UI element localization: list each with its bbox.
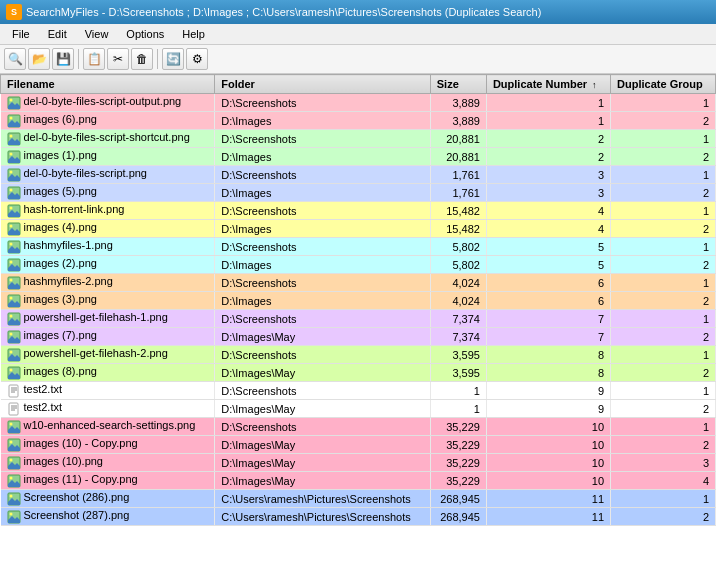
svg-point-25 xyxy=(9,242,12,245)
svg-point-69 xyxy=(9,494,12,497)
table-row[interactable]: images (2).pngD:\Images5,80252 xyxy=(1,256,716,274)
cell-dup-group: 1 xyxy=(611,490,716,508)
cell-dup-number: 11 xyxy=(486,490,610,508)
toolbar-btn-refresh[interactable]: 🔄 xyxy=(162,48,184,70)
table-row[interactable]: images (8).pngD:\Images\May3,59582 xyxy=(1,364,716,382)
col-dup-group[interactable]: Duplicate Group xyxy=(611,75,716,94)
toolbar-btn-settings[interactable]: ⚙ xyxy=(186,48,208,70)
table-row[interactable]: images (10) - Copy.pngD:\Images\May35,22… xyxy=(1,436,716,454)
cell-size: 1 xyxy=(430,382,486,400)
cell-dup-group: 1 xyxy=(611,94,716,112)
col-filename[interactable]: Filename xyxy=(1,75,215,94)
cell-dup-group: 2 xyxy=(611,328,716,346)
cell-dup-group: 3 xyxy=(611,454,716,472)
cell-dup-group: 1 xyxy=(611,346,716,364)
cell-size: 3,889 xyxy=(430,112,486,130)
table-row[interactable]: images (10).pngD:\Images\May35,229103 xyxy=(1,454,716,472)
cell-dup-group: 1 xyxy=(611,166,716,184)
cell-dup-number: 1 xyxy=(486,112,610,130)
cell-folder: D:\Images\May xyxy=(215,436,431,454)
cell-dup-number: 6 xyxy=(486,274,610,292)
cell-folder: D:\Screenshots xyxy=(215,382,431,400)
table-row[interactable]: images (11) - Copy.pngD:\Images\May35,22… xyxy=(1,472,716,490)
sort-arrow-icon: ↑ xyxy=(592,80,597,90)
svg-point-40 xyxy=(9,332,12,335)
toolbar-btn-delete[interactable]: 🗑 xyxy=(131,48,153,70)
table-row[interactable]: hashmyfiles-2.pngD:\Screenshots4,02461 xyxy=(1,274,716,292)
table-row[interactable]: images (3).pngD:\Images4,02462 xyxy=(1,292,716,310)
col-folder[interactable]: Folder xyxy=(215,75,431,94)
cell-dup-number: 11 xyxy=(486,508,610,526)
table-row[interactable]: powershell-get-filehash-2.pngD:\Screensh… xyxy=(1,346,716,364)
cell-size: 268,945 xyxy=(430,508,486,526)
cell-dup-number: 5 xyxy=(486,256,610,274)
table-row[interactable]: test2.txtD:\Images\May192 xyxy=(1,400,716,418)
svg-point-19 xyxy=(9,206,12,209)
menu-item-options[interactable]: Options xyxy=(118,26,172,42)
table-row[interactable]: hashmyfiles-1.pngD:\Screenshots5,80251 xyxy=(1,238,716,256)
menu-item-view[interactable]: View xyxy=(77,26,117,42)
table-row[interactable]: del-0-byte-files-script-shortcut.pngD:\S… xyxy=(1,130,716,148)
cell-size: 1 xyxy=(430,400,486,418)
table-row[interactable]: images (1).pngD:\Images20,88122 xyxy=(1,148,716,166)
table-row[interactable]: powershell-get-filehash-1.pngD:\Screensh… xyxy=(1,310,716,328)
cell-size: 5,802 xyxy=(430,238,486,256)
cell-dup-number: 10 xyxy=(486,454,610,472)
table-row[interactable]: del-0-byte-files-script.pngD:\Screenshot… xyxy=(1,166,716,184)
cell-folder: D:\Images\May xyxy=(215,454,431,472)
toolbar-btn-cut[interactable]: ✂ xyxy=(107,48,129,70)
svg-point-1 xyxy=(9,98,12,101)
cell-filename: del-0-byte-files-script.png xyxy=(1,166,215,184)
svg-point-7 xyxy=(9,134,12,137)
menu-item-file[interactable]: File xyxy=(4,26,38,42)
cell-filename: images (8).png xyxy=(1,364,215,382)
menu-item-help[interactable]: Help xyxy=(174,26,213,42)
svg-point-37 xyxy=(9,314,12,317)
table-row[interactable]: Screenshot (286).pngC:\Users\ramesh\Pict… xyxy=(1,490,716,508)
svg-point-46 xyxy=(9,368,12,371)
table-row[interactable]: hash-torrent-link.pngD:\Screenshots15,48… xyxy=(1,202,716,220)
cell-size: 35,229 xyxy=(430,418,486,436)
cell-size: 3,595 xyxy=(430,364,486,382)
toolbar-btn-save[interactable]: 💾 xyxy=(52,48,74,70)
table-row[interactable]: del-0-byte-files-script-output.pngD:\Scr… xyxy=(1,94,716,112)
table-row[interactable]: images (4).pngD:\Images15,48242 xyxy=(1,220,716,238)
cell-folder: D:\Screenshots xyxy=(215,130,431,148)
cell-dup-number: 3 xyxy=(486,184,610,202)
cell-dup-number: 9 xyxy=(486,400,610,418)
toolbar-btn-open[interactable]: 📂 xyxy=(28,48,50,70)
svg-point-60 xyxy=(9,440,12,443)
cell-folder: D:\Screenshots xyxy=(215,346,431,364)
table-row[interactable]: w10-enhanced-search-settings.pngD:\Scree… xyxy=(1,418,716,436)
table-row[interactable]: images (5).pngD:\Images1,76132 xyxy=(1,184,716,202)
table-row[interactable]: test2.txtD:\Screenshots191 xyxy=(1,382,716,400)
cell-folder: D:\Images xyxy=(215,184,431,202)
cell-dup-group: 1 xyxy=(611,202,716,220)
table-body: del-0-byte-files-script-output.pngD:\Scr… xyxy=(1,94,716,526)
cell-dup-group: 2 xyxy=(611,364,716,382)
cell-dup-number: 7 xyxy=(486,328,610,346)
toolbar-btn-copy[interactable]: 📋 xyxy=(83,48,105,70)
table-row[interactable]: images (7).pngD:\Images\May7,37472 xyxy=(1,328,716,346)
cell-size: 35,229 xyxy=(430,454,486,472)
cell-dup-group: 1 xyxy=(611,310,716,328)
table-container: Filename Folder Size Duplicate Number ↑ … xyxy=(0,74,716,562)
cell-dup-group: 2 xyxy=(611,256,716,274)
cell-folder: D:\Screenshots xyxy=(215,94,431,112)
cell-folder: D:\Screenshots xyxy=(215,202,431,220)
col-size[interactable]: Size xyxy=(430,75,486,94)
table-header: Filename Folder Size Duplicate Number ↑ … xyxy=(1,75,716,94)
table-row[interactable]: images (6).pngD:\Images3,88912 xyxy=(1,112,716,130)
cell-size: 5,802 xyxy=(430,256,486,274)
cell-dup-group: 2 xyxy=(611,436,716,454)
cell-filename: hashmyfiles-2.png xyxy=(1,274,215,292)
col-dup-number[interactable]: Duplicate Number ↑ xyxy=(486,75,610,94)
toolbar: 🔍 📂 💾 📋 ✂ 🗑 🔄 ⚙ xyxy=(0,45,716,74)
menu-item-edit[interactable]: Edit xyxy=(40,26,75,42)
cell-filename: test2.txt xyxy=(1,382,215,400)
cell-filename: del-0-byte-files-script-shortcut.png xyxy=(1,130,215,148)
svg-point-10 xyxy=(9,152,12,155)
toolbar-btn-new[interactable]: 🔍 xyxy=(4,48,26,70)
table-row[interactable]: Screenshot (287).pngC:\Users\ramesh\Pict… xyxy=(1,508,716,526)
cell-folder: D:\Screenshots xyxy=(215,418,431,436)
